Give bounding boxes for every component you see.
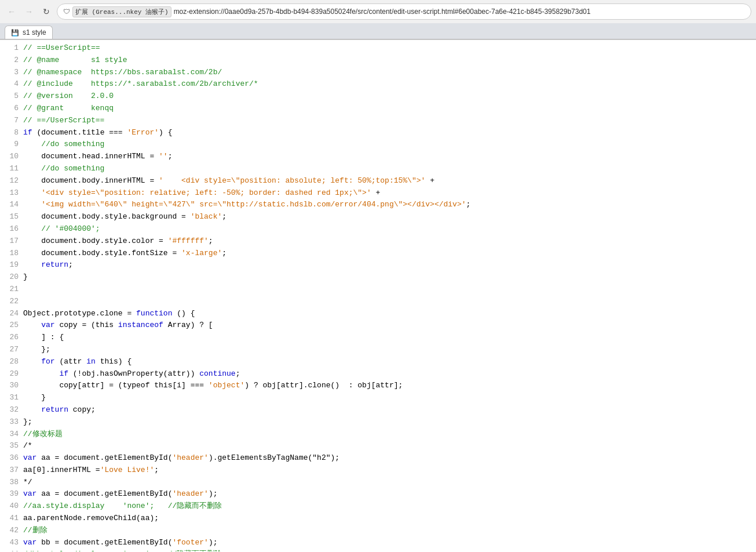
line-number: 18 — [0, 248, 23, 260]
table-row: 12 document.body.innerHTML = ' <div styl… — [0, 175, 756, 187]
line-content: if (document.title === 'Error') { — [23, 127, 756, 139]
line-content: }; — [23, 344, 756, 356]
table-row: 41aa.parentNode.removeChild(aa); — [0, 513, 756, 525]
table-row: 31 } — [0, 392, 756, 404]
table-row: 44//bb.style.display 'none'; //隐藏而不删除 — [0, 549, 756, 551]
line-number: 37 — [0, 464, 23, 477]
line-content: //删除 — [23, 525, 756, 537]
extension-badge: 扩展 (Greas...nkey 油猴子) — [72, 6, 171, 17]
line-number: 16 — [0, 223, 23, 235]
line-number: 29 — [0, 368, 23, 380]
code-editor[interactable]: 1// ==UserScript==2// @name s1 style3// … — [0, 40, 756, 551]
line-number: 33 — [0, 416, 23, 428]
line-content: document.body.style.background = 'black'… — [23, 211, 756, 223]
table-row: 10 document.head.innerHTML = ''; — [0, 151, 756, 163]
line-content: return copy; — [23, 404, 756, 416]
tab-save-icon: 💾 — [11, 29, 19, 37]
table-row: 7// ==/UserScript== — [0, 115, 756, 127]
line-number: 39 — [0, 488, 23, 500]
line-content: Object.prototype.clone = function () { — [23, 308, 756, 320]
table-row: 6// @grant kenqq — [0, 103, 756, 115]
line-content: //aa.style.display 'none'; //隐藏而不删除 — [23, 500, 756, 513]
line-number: 22 — [0, 296, 23, 308]
reload-button[interactable]: ↻ — [39, 5, 53, 19]
line-content: if (!obj.hasOwnProperty(attr)) continue; — [23, 368, 756, 380]
line-content: // ==/UserScript== — [23, 115, 756, 127]
table-row: 26 ] : { — [0, 332, 756, 344]
table-row: 2// @name s1 style — [0, 55, 756, 67]
line-content: copy[attr] = (typeof this[i] === 'object… — [23, 380, 756, 392]
line-content: var aa = document.getElementById('header… — [23, 488, 756, 500]
line-content: //修改标题 — [23, 428, 756, 441]
table-row: 3// @namespace https://bbs.sarabalst.com… — [0, 67, 756, 79]
line-content: // @include https://*.sarabalst.com/2b/a… — [23, 78, 756, 90]
line-number: 20 — [0, 271, 23, 284]
line-content: // @namespace https://bbs.sarabalst.com/… — [23, 67, 756, 79]
line-number: 24 — [0, 308, 23, 320]
line-content: document.head.innerHTML = ''; — [23, 151, 756, 163]
table-row: 19 return; — [0, 259, 756, 271]
line-number: 32 — [0, 404, 23, 416]
line-number: 3 — [0, 67, 23, 79]
table-row: 30 copy[attr] = (typeof this[i] === 'obj… — [0, 380, 756, 392]
line-number: 13 — [0, 187, 23, 199]
line-number: 12 — [0, 175, 23, 187]
table-row: 18 document.body.style.fontSize = 'x-lar… — [0, 248, 756, 260]
line-number: 17 — [0, 235, 23, 248]
line-number: 38 — [0, 477, 23, 489]
line-number: 10 — [0, 151, 23, 163]
line-number: 41 — [0, 513, 23, 525]
tab-label: s1 style — [23, 28, 46, 37]
line-number: 1 — [0, 42, 23, 55]
line-number: 11 — [0, 163, 23, 175]
line-number: 5 — [0, 90, 23, 103]
table-row: 36var aa = document.getElementById('head… — [0, 452, 756, 464]
line-content: document.body.style.color = '#ffffff'; — [23, 235, 756, 248]
line-content: var copy = (this instanceof Array) ? [ — [23, 319, 756, 332]
line-content: document.body.innerHTML = ' <div style=\… — [23, 175, 756, 187]
line-number: 44 — [0, 549, 23, 551]
line-number: 9 — [0, 139, 23, 151]
line-number: 30 — [0, 380, 23, 392]
line-content: var bb = document.getElementById('footer… — [23, 537, 756, 549]
address-bar[interactable]: 🛡 扩展 (Greas...nkey 油猴子) moz-extension://… — [57, 3, 751, 20]
table-row: 20} — [0, 271, 756, 284]
line-content: */ — [23, 477, 756, 489]
table-row: 15 document.body.style.background = 'bla… — [0, 211, 756, 223]
line-content — [23, 284, 756, 296]
line-content: aa.parentNode.removeChild(aa); — [23, 513, 756, 525]
table-row: 24Object.prototype.clone = function () { — [0, 308, 756, 320]
table-row: 8if (document.title === 'Error') { — [0, 127, 756, 139]
table-row: 42//删除 — [0, 525, 756, 537]
line-number: 21 — [0, 284, 23, 296]
table-row: 38*/ — [0, 477, 756, 489]
line-content: '<div style=\"position: relative; left: … — [23, 187, 756, 199]
table-row: 39var aa = document.getElementById('head… — [0, 488, 756, 500]
table-row: 1// ==UserScript== — [0, 42, 756, 55]
line-content: //do something — [23, 163, 756, 175]
table-row: 11 //do something — [0, 163, 756, 175]
line-number: 26 — [0, 332, 23, 344]
tab-bar: 💾 s1 style — [0, 23, 756, 39]
line-number: 35 — [0, 440, 23, 452]
line-content: // @version 2.0.0 — [23, 90, 756, 103]
line-content: //bb.style.display 'none'; //隐藏而不删除 — [23, 549, 756, 551]
line-number: 6 — [0, 103, 23, 115]
back-button[interactable]: ← — [5, 5, 19, 19]
line-content: ] : { — [23, 332, 756, 344]
table-row: 14 '<img width=\"640\" height=\"427\" sr… — [0, 199, 756, 211]
line-number: 36 — [0, 452, 23, 464]
line-content: }; — [23, 416, 756, 428]
line-content: return; — [23, 259, 756, 271]
forward-button[interactable]: → — [22, 5, 36, 19]
line-content: /* — [23, 440, 756, 452]
code-area: 1// ==UserScript==2// @name s1 style3// … — [0, 40, 756, 551]
line-number: 8 — [0, 127, 23, 139]
line-number: 27 — [0, 344, 23, 356]
line-number: 7 — [0, 115, 23, 127]
shield-icon: 🛡 — [63, 8, 70, 16]
editor-tab[interactable]: 💾 s1 style — [5, 26, 53, 39]
line-content: // '#004000'; — [23, 223, 756, 235]
table-row: 22 — [0, 296, 756, 308]
line-number: 28 — [0, 356, 23, 368]
